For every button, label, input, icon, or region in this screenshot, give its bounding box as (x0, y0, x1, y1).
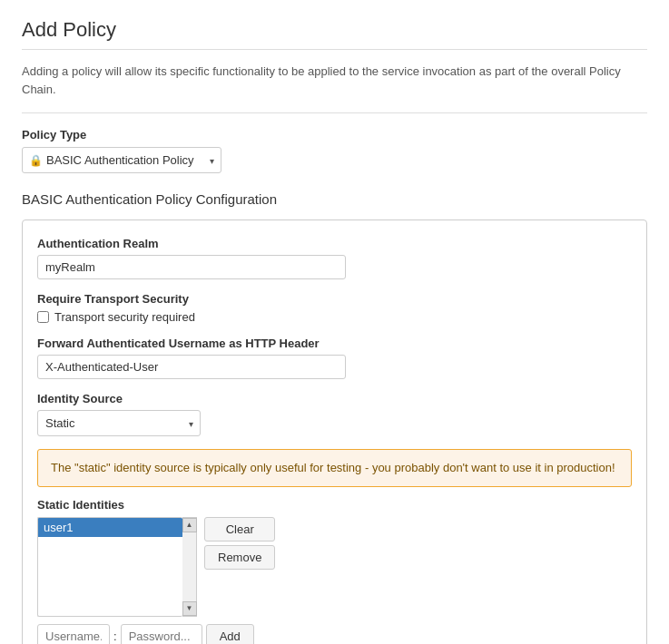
identities-listbox[interactable]: user1 (37, 517, 182, 617)
auth-realm-input[interactable] (37, 255, 346, 279)
scroll-down-button[interactable]: ▼ (182, 601, 197, 616)
page-container: Add Policy Adding a policy will allow it… (0, 0, 669, 644)
config-panel: Authentication Realm Require Transport S… (22, 220, 647, 644)
identity-source-select[interactable]: Static LDAP JDBC (37, 410, 201, 436)
policy-type-section: Policy Type 🔒 BASIC Authentication Polic… (22, 128, 647, 173)
static-warning-box: The "static" identity source is typicall… (37, 449, 632, 487)
policy-type-label: Policy Type (22, 128, 647, 141)
transport-security-checkbox-row: Transport security required (37, 310, 632, 324)
remove-button[interactable]: Remove (204, 545, 275, 570)
identity-source-select-wrapper: Static LDAP JDBC ▾ (37, 410, 201, 436)
static-identities-group: Static Identities user1 ▲ ▼ Clear (37, 498, 632, 645)
forward-username-group: Forward Authenticated Username as HTTP H… (37, 337, 632, 379)
page-description: Adding a policy will allow its specific … (22, 63, 647, 98)
username-input[interactable] (37, 624, 110, 645)
clear-button[interactable]: Clear (204, 517, 275, 542)
forward-username-input[interactable] (37, 355, 346, 379)
static-identities-label: Static Identities (37, 498, 632, 512)
transport-security-label: Require Transport Security (37, 292, 632, 306)
auth-realm-label: Authentication Realm (37, 237, 632, 250)
add-identity-button[interactable]: Add (206, 624, 254, 645)
add-identity-row: : Add (37, 624, 632, 645)
identities-list-with-scroll: user1 ▲ ▼ (37, 517, 197, 617)
identity-source-group: Identity Source Static LDAP JDBC ▾ (37, 392, 632, 436)
config-section-title: BASIC Authentication Policy Configuratio… (22, 191, 647, 207)
transport-security-checkbox[interactable] (37, 311, 49, 323)
identity-source-label: Identity Source (37, 392, 632, 405)
auth-realm-group: Authentication Realm (37, 237, 632, 279)
page-title: Add Policy (22, 18, 647, 42)
listbox-item-user1[interactable]: user1 (38, 518, 182, 537)
identities-list-col: user1 ▲ ▼ (37, 517, 197, 617)
policy-type-select[interactable]: BASIC Authentication Policy (22, 147, 221, 173)
section-divider (22, 112, 647, 113)
policy-type-select-wrapper: 🔒 BASIC Authentication Policy ▾ (22, 147, 221, 173)
colon-separator: : (113, 629, 117, 643)
listbox-scrollbar: ▲ ▼ (182, 517, 197, 617)
identities-actions: Clear Remove (204, 517, 275, 570)
transport-security-checkbox-label: Transport security required (54, 310, 195, 324)
scroll-up-button[interactable]: ▲ (182, 518, 197, 532)
password-input[interactable] (121, 624, 202, 645)
forward-username-label: Forward Authenticated Username as HTTP H… (37, 337, 632, 350)
page-title-divider (22, 49, 647, 50)
identities-container: user1 ▲ ▼ Clear Remove (37, 517, 632, 617)
transport-security-group: Require Transport Security Transport sec… (37, 292, 632, 324)
